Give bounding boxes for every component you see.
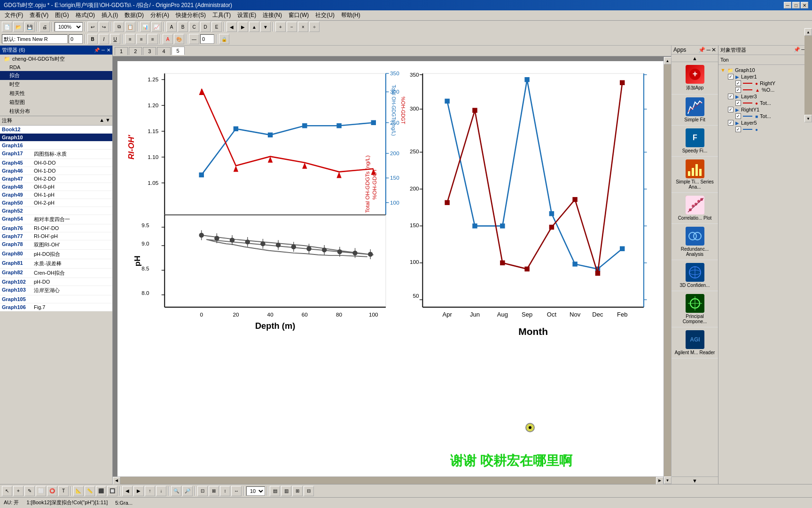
bt10[interactable]: 🔲 — [107, 486, 117, 496]
fontsize-input[interactable] — [69, 34, 83, 44]
horizontal-scrollbar[interactable]: ◀ ▶ — [113, 476, 664, 484]
undo-btn[interactable]: ↩ — [87, 22, 98, 32]
copy-btn[interactable]: ⧉ — [114, 22, 124, 32]
new-btn[interactable]: 📄 — [2, 22, 12, 32]
project-graph54[interactable]: Graph54 相对丰度四合一 — [0, 215, 112, 224]
bt2[interactable]: + — [13, 486, 23, 496]
notes-expand-btn[interactable]: ▲ — [99, 117, 104, 124]
zoom-select[interactable]: 100% — [55, 22, 83, 32]
project-graph80[interactable]: Graph80 pH-DO拟合 — [0, 250, 112, 259]
menu-tools[interactable]: 工具(T) — [210, 10, 234, 20]
bt8[interactable]: 📏 — [85, 486, 95, 496]
project-graph102[interactable]: Graph102 pH-DO — [0, 278, 112, 286]
bt21[interactable]: ▤ — [270, 486, 280, 496]
project-graph45[interactable]: Graph45 OH-0-DO — [0, 159, 112, 167]
save-btn[interactable]: 💾 — [24, 22, 35, 32]
align-center-btn[interactable]: ≡ — [136, 34, 147, 44]
app-correlation[interactable]: Correlatio... Plot — [671, 193, 718, 224]
bt16[interactable]: 🔎 — [182, 486, 193, 496]
apps-pin[interactable]: 📌 — [698, 47, 705, 53]
app-add[interactable]: + 添加App — [671, 62, 718, 95]
menu-help[interactable]: 帮助(H) — [338, 10, 363, 20]
obj-layer5[interactable]: ✓ ▶ Layer5 — [728, 119, 810, 126]
minimize-button[interactable]: ─ — [784, 2, 791, 8]
tot1-checkbox[interactable]: ✓ — [735, 100, 741, 106]
tab-2[interactable]: 2 — [129, 47, 142, 55]
t8[interactable]: ▲ — [249, 22, 259, 32]
menu-settings[interactable]: 设置(E) — [234, 10, 259, 20]
line-input[interactable] — [200, 34, 214, 44]
t12[interactable]: × — [298, 22, 308, 32]
righty1-checkbox[interactable]: ✓ — [728, 107, 734, 112]
line-btn[interactable]: — — [189, 34, 199, 44]
manager-close-btn[interactable]: ✕ — [107, 48, 110, 53]
layer3-checkbox[interactable]: ✓ — [728, 94, 734, 99]
bt22[interactable]: ▥ — [281, 486, 291, 496]
project-graph81[interactable]: Graph81 水质-误差棒 — [0, 259, 112, 269]
t6[interactable]: ◀ — [226, 22, 237, 32]
obj-layer5-item[interactable]: ✓ ● — [735, 126, 810, 133]
bt24[interactable]: ⊟ — [304, 486, 314, 496]
layer5-item-checkbox[interactable]: ✓ — [735, 127, 741, 132]
t2[interactable]: B — [178, 22, 188, 32]
scroll-up-btn[interactable]: ▲ — [664, 57, 671, 64]
color-btn[interactable]: A — [163, 34, 173, 44]
project-graph77[interactable]: Graph77 RI-OH'-pH — [0, 232, 112, 240]
print-btn[interactable]: 🖨 — [39, 22, 50, 32]
app-redundancy[interactable]: Redundanc... Analysis — [671, 224, 718, 260]
project-graph49[interactable]: Graph49 OH-1-pH — [0, 191, 112, 199]
obj-scroll-up[interactable]: ▲ — [804, 28, 812, 36]
tree-histogram[interactable]: 柱状分布 — [0, 107, 112, 116]
bt14[interactable]: ↓ — [156, 486, 166, 496]
righty-checkbox[interactable]: ✓ — [735, 80, 741, 86]
app-simple-fit[interactable]: Simple Fit — [671, 95, 718, 126]
bt15[interactable]: 🔍 — [171, 486, 181, 496]
bt11[interactable]: ◀ — [122, 486, 133, 496]
font-input[interactable] — [2, 34, 68, 44]
lock-btn[interactable]: 🔒 — [219, 34, 229, 44]
bt7[interactable]: 📐 — [73, 486, 84, 496]
tree-correlation[interactable]: 相关性 — [0, 89, 112, 98]
underline-btn[interactable]: U — [110, 34, 120, 44]
t1[interactable]: A — [166, 22, 177, 32]
app-agilent[interactable]: AGI Agilent M... Reader — [671, 327, 718, 358]
app-pca[interactable]: Principal Compone... — [671, 291, 718, 327]
obj-scroll-down[interactable]: ▼ — [804, 115, 812, 122]
bt23[interactable]: ⊞ — [292, 486, 303, 496]
maximize-button[interactable]: □ — [792, 2, 800, 8]
align-left-btn[interactable]: ≡ — [125, 34, 135, 44]
tab-4[interactable]: 4 — [157, 47, 170, 55]
obj-layer1[interactable]: ✓ ▶ Layer1 — [728, 73, 810, 80]
close-button[interactable]: ✕ — [801, 2, 808, 8]
app-3d-conf[interactable]: 3D Confiden... — [671, 260, 718, 291]
tree-boxplot[interactable]: 箱型图 — [0, 98, 112, 107]
tot2-checkbox[interactable]: ✓ — [735, 113, 741, 119]
pctoh-checkbox[interactable]: ✓ — [735, 87, 741, 93]
italic-btn[interactable]: I — [99, 34, 109, 44]
chart-btn[interactable]: 📊 — [140, 22, 150, 32]
project-graph105[interactable]: Graph105 — [0, 295, 112, 303]
fill-btn[interactable]: 🎨 — [174, 34, 184, 44]
obj-graph10[interactable]: ▼ 📁 Graph10 — [720, 67, 810, 73]
project-book12[interactable]: Book12 — [0, 126, 112, 134]
manager-minimize-btn[interactable]: ─ — [102, 48, 105, 53]
obj-righty1[interactable]: ✓ ▶ RightY1 — [728, 106, 810, 113]
menu-graph[interactable]: 图(G) — [52, 10, 71, 20]
project-graph10[interactable]: Graph10 — [0, 134, 112, 142]
project-graph82[interactable]: Graph82 Cren-OH拟合 — [0, 269, 112, 278]
menu-format[interactable]: 格式(O) — [73, 10, 98, 20]
project-graph52[interactable]: Graph52 — [0, 207, 112, 215]
app-time-series[interactable]: Simple Ti... Series Ana... — [671, 157, 718, 193]
bold-btn[interactable]: B — [87, 34, 98, 44]
project-graph17[interactable]: Graph17 四图指标-水质 — [0, 150, 112, 159]
bt5[interactable]: ⭕ — [47, 486, 57, 496]
project-graph50[interactable]: Graph50 OH-2-pH — [0, 199, 112, 207]
tree-rda[interactable]: RDA — [0, 64, 112, 71]
obj-tot2[interactable]: ✓ ■ Tot... — [735, 113, 810, 119]
layer5-checkbox[interactable]: ✓ — [728, 120, 734, 126]
obj-layer3[interactable]: ✓ ▶ Layer3 — [728, 93, 810, 100]
menu-window[interactable]: 窗口(W) — [286, 10, 312, 20]
menu-insert[interactable]: 插入(I) — [99, 10, 121, 20]
notes-close-btn[interactable]: ▼ — [105, 117, 110, 124]
bt13[interactable]: ↑ — [145, 486, 155, 496]
